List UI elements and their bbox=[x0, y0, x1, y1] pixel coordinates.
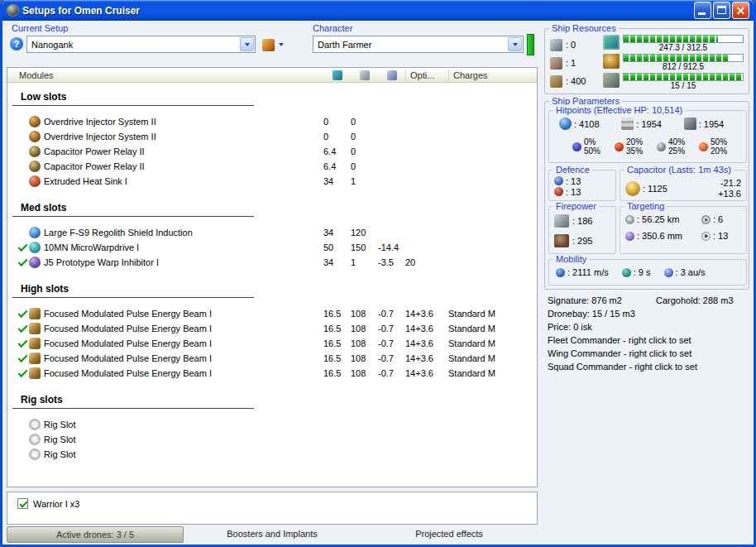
laser-icon bbox=[29, 367, 41, 379]
module-row[interactable]: 10MN MicroWarpdrive I50150-14.4 bbox=[7, 240, 537, 255]
hitpoints-title: Hitpoints (Effective HP: 10,514) bbox=[553, 105, 685, 115]
modules-header-title: Modules bbox=[16, 70, 323, 80]
module-row[interactable]: Focused Modulated Pulse Energy Beam I16.… bbox=[7, 336, 537, 351]
shield-icon bbox=[559, 118, 572, 130]
mobility-box: Mobility : 2111 m/s : 9 s : 3 au/s bbox=[548, 259, 747, 285]
module-row[interactable]: J5 Prototype Warp Inhibitor I341-3.520 bbox=[7, 255, 537, 270]
module-name: Rig Slot bbox=[44, 420, 323, 429]
module-row[interactable]: Rig Slot bbox=[7, 417, 537, 432]
module-state bbox=[16, 418, 29, 431]
modules-header: Modules Opti... Charges bbox=[7, 68, 537, 83]
module-row[interactable]: Focused Modulated Pulse Energy Beam I16.… bbox=[7, 321, 537, 336]
module-row[interactable]: Capacitor Power Relay II6.40 bbox=[7, 159, 537, 174]
module-row[interactable]: Large F-S9 Regolith Shield Induction3412… bbox=[7, 225, 537, 240]
drone-item[interactable]: Warrior I x3 bbox=[7, 492, 537, 509]
drone-checkbox[interactable] bbox=[17, 498, 28, 509]
setup-combobox[interactable]: Nanogank bbox=[26, 36, 256, 53]
setup-combo-dropdown-button[interactable] bbox=[240, 37, 254, 51]
module-row[interactable]: Extruded Heat Sink I341 bbox=[7, 174, 537, 189]
tools-icon bbox=[262, 39, 275, 51]
module-c4: 14+3.6 bbox=[405, 368, 448, 378]
signature-value: Signature: 876 m2 bbox=[548, 294, 656, 307]
module-row[interactable]: Focused Modulated Pulse Energy Beam I16.… bbox=[7, 366, 537, 381]
ship-info: Signature: 876 m2 Cargohold: 288 m3 Dron… bbox=[548, 294, 751, 373]
module-name: 10MN MicroWarpdrive I bbox=[44, 242, 323, 252]
cpu-resource-row: 247.3 / 312.5 bbox=[603, 35, 744, 53]
help-button[interactable]: ? bbox=[10, 37, 23, 50]
module-row[interactable]: Overdrive Injector System II00 bbox=[7, 129, 537, 144]
chevron-down-icon bbox=[245, 43, 250, 46]
module-c4: 20 bbox=[405, 257, 448, 267]
rig-icon bbox=[29, 419, 41, 430]
active-check-icon bbox=[16, 241, 29, 254]
character-combobox[interactable]: Darth Farmer bbox=[313, 36, 524, 53]
explosive-resist-icon bbox=[699, 142, 708, 151]
sensor-strength-value: : 13 bbox=[713, 231, 728, 241]
column-header-charges[interactable]: Charges bbox=[448, 70, 537, 81]
cargo-row: : 400 bbox=[550, 72, 600, 90]
module-name: Rig Slot bbox=[44, 434, 323, 444]
cargo-value: : 400 bbox=[566, 76, 586, 86]
module-name: Large F-S9 Regolith Shield Induction bbox=[44, 228, 323, 238]
defence-title: Defence bbox=[553, 165, 592, 175]
module-row[interactable]: Focused Modulated Pulse Energy Beam I16.… bbox=[7, 306, 537, 321]
character-status-bar bbox=[527, 34, 534, 55]
capacitor-row: : 1125 -21.2 +13.6 bbox=[620, 170, 746, 199]
minimize-button[interactable] bbox=[694, 2, 711, 19]
module-row[interactable]: Rig Slot bbox=[7, 447, 537, 462]
setup-tools-button[interactable] bbox=[261, 36, 285, 53]
targeting-title: Targeting bbox=[624, 201, 667, 211]
module-row[interactable]: Capacitor Power Relay II6.40 bbox=[7, 144, 537, 159]
explosive-resist: 50%20% bbox=[699, 137, 727, 156]
turret-hardpoints-value: : 0 bbox=[566, 40, 576, 50]
slot-section-title: Med slots bbox=[12, 202, 254, 217]
wing-commander-setter[interactable]: Wing Commander - right click to set bbox=[548, 347, 751, 360]
module-name: Capacitor Power Relay II bbox=[44, 146, 323, 156]
tab-projected-effects[interactable]: Projected effects bbox=[361, 526, 538, 543]
module-row[interactable]: Focused Modulated Pulse Energy Beam I16.… bbox=[7, 351, 537, 366]
powergrid-icon bbox=[360, 70, 370, 80]
tab-active-drones[interactable]: Active drones: 3 / 5 bbox=[7, 526, 184, 543]
module-row[interactable]: Rig Slot bbox=[7, 432, 537, 447]
warp-speed-icon bbox=[664, 268, 673, 277]
slot-section-title: Rig slots bbox=[12, 394, 254, 409]
module-c1: 16.5 bbox=[323, 353, 351, 363]
module-name: Capacitor Power Relay II bbox=[44, 161, 323, 171]
targeting-grid: : 56.25 km : 6 : 350.6 mm : 13 bbox=[620, 207, 746, 241]
module-name: Extruded Heat Sink I bbox=[44, 176, 323, 186]
squad-commander-setter[interactable]: Squad Commander - right click to set bbox=[548, 360, 751, 373]
character-combo-dropdown-button[interactable] bbox=[508, 37, 522, 51]
module-c1: 34 bbox=[323, 257, 351, 267]
firepower-title: Firepower bbox=[553, 201, 599, 211]
character-label: Character bbox=[313, 23, 352, 33]
armor-repair-value: : 13 bbox=[566, 187, 581, 197]
volley-value: : 295 bbox=[572, 236, 592, 246]
module-row[interactable]: Overdrive Injector System II00 bbox=[7, 114, 537, 129]
fleet-commander-setter[interactable]: Fleet Commander - right click to set bbox=[548, 333, 751, 347]
shield-extender-icon bbox=[29, 227, 41, 238]
column-header-optimal[interactable]: Opti... bbox=[405, 70, 448, 81]
close-button[interactable] bbox=[732, 2, 749, 19]
em-shield-resist: 0% bbox=[584, 137, 600, 146]
resource-bars: 247.3 / 312.5 812 / 912.5 15 / 15 bbox=[603, 35, 744, 92]
cap-relay-icon bbox=[29, 146, 41, 157]
module-c3: -0.7 bbox=[378, 338, 405, 348]
kinetic-shield-resist: 40% bbox=[668, 137, 685, 146]
tab-boosters-implants[interactable]: Boosters and Implants bbox=[184, 526, 361, 543]
maximize-button[interactable] bbox=[713, 2, 730, 19]
drones-panel[interactable]: Warrior I x3 bbox=[7, 492, 538, 525]
capacitor-title: Capacitor (Lasts: 1m 43s) bbox=[624, 165, 734, 175]
modules-panel: Modules Opti... Charges Low slotsOverdri… bbox=[7, 67, 538, 487]
explosive-armor-resist: 20% bbox=[711, 146, 727, 156]
modules-body: Low slotsOverdrive Injector System II00O… bbox=[7, 83, 537, 462]
module-c2: 0 bbox=[351, 161, 378, 171]
shield-recharge-row: : 13 bbox=[549, 175, 615, 186]
active-check-icon bbox=[16, 352, 29, 365]
powergrid-bar-value: 812 / 912.5 bbox=[623, 62, 744, 72]
rig-icon bbox=[29, 434, 41, 445]
titlebar[interactable]: Setups for Omen Cruiser bbox=[2, 0, 754, 21]
module-name: Overdrive Injector System II bbox=[44, 117, 323, 127]
module-state bbox=[16, 448, 29, 461]
kinetic-armor-resist: 25% bbox=[668, 146, 685, 156]
module-c2: 108 bbox=[351, 324, 378, 333]
